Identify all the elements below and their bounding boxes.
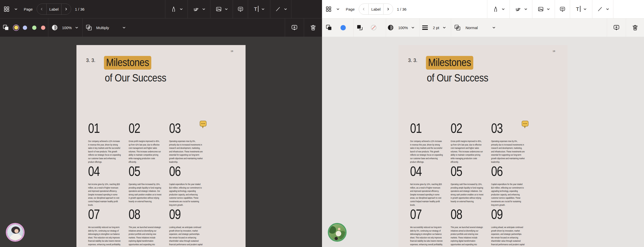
milestone-item[interactable]: 07We successfully reduced our long-term … [410,207,451,247]
chevron-down-icon[interactable] [493,27,495,29]
text-tool-button[interactable]: T [570,0,592,18]
color-swatch-red[interactable] [41,26,45,30]
design-canvas[interactable]: 19 3. 3. Milestones of Our Success 01Our… [322,37,644,247]
highlighted-title-word[interactable]: Milestones [104,56,151,70]
editor-panel-dark: Page Label 1 / 36 T [0,0,322,247]
comment-tool-button[interactable] [555,0,570,18]
chevron-down-icon[interactable] [412,27,414,29]
slide-title[interactable]: Milestones of Our Success [427,55,488,86]
opacity-control[interactable]: 100% [48,18,82,37]
swatch-selected-ring[interactable] [13,25,19,31]
comment-badge[interactable] [522,121,529,130]
slide-page-number: 19 [553,50,555,52]
chevron-down-icon[interactable] [337,8,339,10]
image-tool-button[interactable] [532,0,555,18]
opacity-control[interactable]: 100% [386,18,419,37]
page-label: Page [24,7,33,11]
delete-button[interactable] [304,18,322,37]
toolbar-row-secondary: 100% Multiply [0,18,322,37]
color-swatch-blue[interactable] [23,26,27,30]
title-line2[interactable]: of Our Success [105,72,166,84]
milestone-item[interactable]: 04Net income grew by 10%, reaching $25 m… [88,164,129,207]
slide-title[interactable]: Milestones of Our Success [105,55,166,86]
slide-section-label[interactable]: 3. 3. [86,57,95,63]
pen-tool-button[interactable] [487,0,510,18]
toolbar-row-primary: Page Label 1 / 36 T [322,0,644,18]
slide-page[interactable]: 19 3. 3. Milestones of Our Success 01Our… [76,45,246,247]
line-tool-button[interactable] [270,0,291,18]
next-page-button[interactable] [61,4,71,14]
add-comment-button[interactable] [607,18,626,37]
comment-badge[interactable] [200,121,207,130]
duplicate-layers-icon[interactable] [3,24,9,31]
chevron-down-icon[interactable] [525,8,527,10]
scribble-tool-button[interactable] [188,0,210,18]
chevron-down-icon[interactable] [180,8,183,10]
chevron-down-icon[interactable] [123,27,125,29]
prev-page-button[interactable] [359,4,369,14]
opacity-contrast-icon [388,25,394,31]
blend-mode-control[interactable]: Normal [451,18,499,37]
prev-page-button[interactable] [37,4,47,14]
scribble-tool-button[interactable] [510,0,532,18]
toolbar-row-primary: Page Label 1 / 36 T [0,0,322,18]
milestone-item[interactable]: 05Operating cash flow increased by 15%, … [451,164,491,207]
collaborator-avatar[interactable] [6,223,25,242]
chevron-down-icon[interactable] [203,8,205,10]
page-nav-label[interactable]: Label [47,4,61,14]
design-canvas[interactable]: 19 3. 3. Milestones of Our Success 01Our… [0,37,322,247]
chevron-down-icon[interactable] [547,8,550,10]
comment-tool-button[interactable] [233,0,248,18]
milestone-item[interactable]: 09Looking ahead, we anticipate continued… [491,207,532,247]
milestone-item[interactable]: 09Looking ahead, we anticipate continued… [169,207,210,247]
milestone-item[interactable]: 06Capital expenditure for the year total… [491,164,532,207]
delete-button[interactable] [626,18,644,37]
milestone-item[interactable]: 02Gross profit margins improved to 45%, … [451,121,491,164]
milestone-item[interactable]: 01Our company achieved a 12% increase in… [410,121,451,164]
chevron-down-icon[interactable] [443,27,446,29]
color-swatch-green[interactable] [32,26,36,30]
duplicate-layers-icon[interactable] [326,24,332,31]
milestone-item[interactable]: 04Net income grew by 10%, reaching $25 m… [410,164,451,207]
tool-strip: T [165,0,291,18]
fill-color-swatch[interactable] [340,25,346,30]
chevron-down-icon[interactable] [225,8,228,10]
milestone-item[interactable]: 08This year, we launched several strateg… [129,207,169,247]
chevron-down-icon[interactable] [502,8,505,10]
color-swatch-yellow[interactable] [14,26,18,30]
title-line2[interactable]: of Our Success [427,72,488,84]
highlighted-title-word[interactable]: Milestones [426,56,473,70]
chevron-down-icon[interactable] [262,8,264,10]
add-comment-button[interactable] [285,18,304,37]
pen-tool-button[interactable] [165,0,188,18]
page-counter: 1 / 36 [75,7,85,11]
milestone-item[interactable]: 06Capital expenditure for the year total… [169,164,210,207]
chevron-down-icon[interactable] [606,8,609,10]
chevron-down-icon[interactable] [284,8,287,10]
image-tool-button[interactable] [210,0,233,18]
grid-view-icon[interactable] [326,7,331,12]
milestone-item[interactable]: 02Gross profit margins improved to 45%, … [129,121,169,164]
no-stroke-swatch[interactable] [371,25,376,30]
chevron-down-icon[interactable] [15,8,17,10]
collaborator-avatar[interactable] [328,223,347,242]
text-tool-button[interactable]: T [248,0,270,18]
milestone-item[interactable]: 01Our company achieved a 12% increase in… [88,121,129,164]
milestone-item[interactable]: 07We successfully reduced our long-term … [88,207,129,247]
next-page-button[interactable] [383,4,393,14]
stroke-width-control[interactable]: 2 pt [419,18,451,37]
grid-view-icon[interactable] [4,7,9,12]
slide-section-label[interactable]: 3. 3. [408,57,417,63]
page-nav-label[interactable]: Label [369,4,383,14]
image-tool-icon [216,6,222,12]
line-tool-button[interactable] [592,0,613,18]
fill-stroke-swap-icon[interactable] [356,24,363,31]
chevron-down-icon[interactable] [584,8,586,10]
milestone-item[interactable]: 08This year, we launched several strateg… [451,207,491,247]
page-counter: 1 / 36 [397,7,407,11]
line-tool-icon [597,6,603,12]
blend-mode-control[interactable]: Multiply [82,18,129,37]
slide-page[interactable]: 19 3. 3. Milestones of Our Success 01Our… [398,45,568,247]
chevron-down-icon[interactable] [75,27,78,29]
milestone-item[interactable]: 05Operating cash flow increased by 15%, … [129,164,169,207]
